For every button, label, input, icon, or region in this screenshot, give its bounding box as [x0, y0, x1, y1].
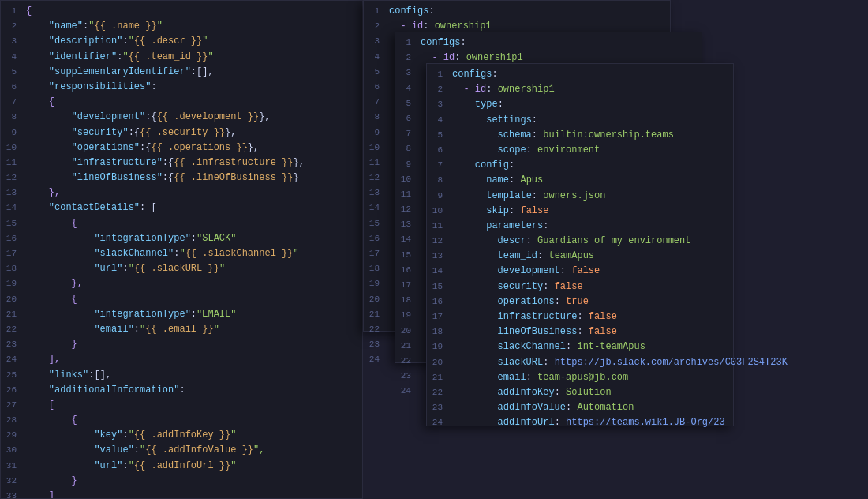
line-content: "email":"{{ .email }}" [26, 322, 219, 337]
line-number: 16 [427, 295, 452, 310]
line-content: infrastructure: false [452, 310, 617, 325]
code-line: 10 skip: false [427, 204, 727, 219]
line-number: 3 [395, 66, 421, 81]
line-number: 2 [395, 51, 421, 66]
line-number: 1 [427, 68, 452, 82]
line-number: 4 [395, 82, 421, 96]
line-number: 25 [1, 369, 26, 383]
code-line: 8 name: Apus [427, 173, 727, 188]
line-content: team_id: teamApus [452, 249, 594, 264]
line-number: 8 [427, 174, 452, 188]
line-content: configs: [421, 36, 472, 51]
line-number: 19 [395, 309, 421, 323]
line-number: 26 [1, 384, 26, 398]
line-number: 30 [1, 444, 26, 458]
line-number: 1 [1, 5, 26, 19]
line-number: 1 [395, 36, 421, 51]
line-content: configs: [452, 67, 503, 82]
code-line: 17 "slackChannel":"{{ .slackChannel }}" [1, 246, 356, 261]
line-content: - id: ownership1 [452, 82, 555, 97]
line-content: "integrationType":"SLACK" [26, 231, 236, 246]
line-number: 11 [395, 188, 421, 202]
line-number: 9 [364, 126, 389, 141]
code-line: 25 "links":[], [1, 368, 356, 383]
line-number: 21 [427, 371, 452, 385]
code-line: 6 scope: environment [427, 143, 727, 158]
line-content: "development":{{{ .development }}}, [26, 110, 271, 125]
line-content: "value":"{{ .addInfoValue }}", [26, 443, 264, 458]
code-line: 21 email: team-apus@jb.com [427, 370, 727, 385]
code-line: 7 config: [427, 158, 727, 173]
code-line: 31 "url":"{{ .addInfoUrl }}" [1, 459, 356, 474]
line-number: 9 [1, 126, 26, 141]
line-number: 1 [364, 5, 389, 19]
line-number: 9 [395, 158, 421, 172]
line-content: } [26, 337, 77, 352]
line-content: "name":"{{ .name }}" [26, 19, 163, 34]
line-number: 28 [1, 414, 26, 428]
code-line: 16 "integrationType":"SLACK" [1, 231, 356, 246]
line-content: addInfoUrl: https://teams.wik1.JB-Org/23 [452, 415, 725, 430]
line-number: 3 [364, 35, 389, 49]
line-content: "key":"{{ .addInfoKey }}" [26, 428, 236, 443]
line-number: 2 [1, 20, 26, 34]
line-content: parameters: [452, 219, 555, 234]
code-line: 27 [ [1, 398, 356, 413]
line-number: 15 [395, 249, 421, 263]
line-content: config: [452, 158, 520, 173]
line-content: { [26, 4, 32, 19]
line-number: 11 [1, 156, 26, 171]
line-number: 20 [364, 293, 389, 307]
line-content: "links":[], [26, 368, 111, 383]
line-number: 16 [395, 264, 421, 278]
line-content: settings: [452, 113, 543, 128]
line-number: 10 [1, 141, 26, 156]
line-content: skip: false [452, 204, 548, 219]
code-line: 26 "additionalInformation": [1, 383, 356, 398]
line-content: "description":"{{ .descr }}" [26, 34, 208, 49]
line-content: addInfoValue: Automation [452, 400, 634, 415]
code-line: 24 addInfoUrl: https://teams.wik1.JB-Org… [427, 415, 727, 430]
line-number: 11 [364, 156, 389, 171]
code-line: 29 "key":"{{ .addInfoKey }}" [1, 428, 356, 443]
line-number: 12 [395, 203, 421, 217]
line-content: type: [452, 97, 509, 112]
code-line: 19 slackChannel: int-teamApus [427, 340, 727, 355]
line-number: 24 [1, 353, 26, 367]
code-line: 5 "supplementaryIdentifier":[], [1, 65, 356, 80]
line-content: ] [26, 489, 54, 499]
line-content: development: false [452, 264, 600, 279]
line-content: "slackChannel":"{{ .slackChannel }}" [26, 246, 299, 261]
code-line: 6 "responsibilities": [1, 80, 356, 95]
line-number: 3 [1, 35, 26, 49]
line-number: 23 [427, 401, 452, 415]
line-number: 4 [427, 114, 452, 128]
line-content: "url":"{{ .slackURL }}" [26, 261, 225, 276]
line-number: 4 [1, 51, 26, 65]
line-number: 15 [364, 217, 389, 231]
line-number: 6 [364, 81, 389, 95]
line-number: 7 [364, 96, 389, 110]
line-number: 18 [1, 262, 26, 276]
line-number: 19 [1, 277, 26, 291]
line-content: }, [26, 186, 60, 201]
code-line: 19 }, [1, 276, 356, 291]
line-number: 18 [364, 262, 389, 276]
code-line: 3 type: [427, 97, 727, 112]
line-number: 12 [364, 171, 389, 186]
line-content: slackChannel: int-teamApus [452, 340, 645, 355]
line-number: 17 [427, 310, 452, 325]
line-number: 5 [427, 129, 452, 143]
line-number: 10 [427, 204, 452, 219]
line-number: 12 [427, 234, 452, 249]
line-number: 5 [364, 66, 389, 80]
code-line: 12 descr: Guardians of my environment [427, 234, 727, 249]
line-number: 4 [364, 51, 389, 65]
code-line: 20 { [1, 292, 356, 307]
line-number: 2 [364, 20, 389, 34]
line-number: 8 [395, 142, 421, 156]
line-number: 13 [1, 186, 26, 201]
code-line: 11 parameters: [427, 219, 727, 234]
line-content: slackURL: https://jb.slack.com/archives/… [452, 355, 788, 370]
code-line: 15 security: false [427, 280, 727, 295]
